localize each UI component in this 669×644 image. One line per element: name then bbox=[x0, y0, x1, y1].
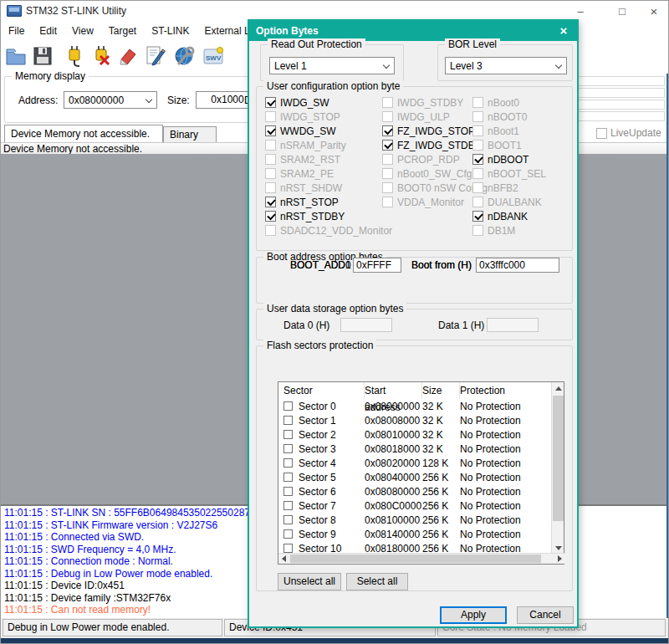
sector-checkbox[interactable] bbox=[283, 430, 293, 439]
unselect-all-button[interactable]: Unselect all bbox=[278, 573, 341, 590]
table-row[interactable]: Sector 8 0x08100000 256 K No Protection bbox=[278, 513, 551, 527]
checkbox-box bbox=[265, 197, 276, 207]
table-row[interactable]: Sector 3 0x08018000 32 K No Protection bbox=[278, 442, 551, 456]
save-file-icon[interactable] bbox=[31, 44, 54, 68]
option-checkbox[interactable]: SDADC12_VDD_Monitor bbox=[265, 223, 392, 238]
table-row[interactable]: Sector 1 0x08008000 32 K No Protection bbox=[278, 413, 551, 427]
option-checkbox[interactable]: nSRAM_Parity bbox=[265, 138, 392, 152]
sector-address: 0x08040000 bbox=[365, 472, 422, 483]
option-checkbox[interactable]: nBFB2 bbox=[472, 181, 546, 195]
scrollbar-thumb[interactable] bbox=[553, 396, 564, 521]
sector-protection: No Protection bbox=[460, 514, 551, 526]
sector-size: 32 K bbox=[422, 443, 460, 455]
boot-from-field[interactable]: 0x3fffc000 bbox=[476, 258, 559, 273]
swv-icon[interactable]: SWV bbox=[202, 44, 225, 68]
checkbox-label: IWDG_SW bbox=[280, 97, 329, 109]
option-checkbox[interactable]: nBOOT_SEL bbox=[472, 166, 546, 181]
sector-checkbox[interactable] bbox=[283, 473, 293, 482]
checkbox-label: WWDG_SW bbox=[280, 125, 336, 137]
menu-item[interactable]: View bbox=[64, 22, 101, 40]
checkbox-box bbox=[472, 125, 483, 136]
boot-add-field[interactable]: 0xFFFF bbox=[353, 258, 401, 273]
select-all-button[interactable]: Select all bbox=[346, 573, 408, 590]
menu-item[interactable]: File bbox=[1, 22, 32, 40]
sector-checkbox[interactable] bbox=[283, 401, 293, 411]
checkbox-box bbox=[265, 182, 276, 193]
option-checkbox[interactable]: DUALBANK bbox=[472, 195, 546, 209]
option-checkbox[interactable]: DB1M bbox=[472, 223, 546, 238]
option-checkbox[interactable]: nBoot1 bbox=[472, 124, 546, 138]
connect-icon[interactable] bbox=[63, 44, 86, 68]
dialog-close-icon[interactable]: × bbox=[555, 21, 572, 41]
checkbox-box bbox=[382, 140, 393, 151]
scrollbar-thumb[interactable] bbox=[290, 555, 541, 563]
table-row[interactable]: Sector 0 0x08000000 32 K No Protection bbox=[278, 399, 551, 413]
sector-checkbox[interactable] bbox=[283, 458, 293, 468]
program-verify-icon[interactable] bbox=[143, 44, 166, 68]
scroll-right-icon[interactable] bbox=[554, 554, 565, 564]
sector-checkbox[interactable] bbox=[283, 529, 293, 539]
table-row[interactable]: Sector 6 0x08080000 256 K No Protection bbox=[278, 484, 551, 498]
sector-protection: No Protection bbox=[460, 529, 551, 540]
checkbox-box bbox=[265, 111, 276, 122]
settings-icon[interactable] bbox=[173, 44, 197, 68]
sector-checkbox[interactable] bbox=[283, 501, 293, 510]
scroll-up-icon[interactable] bbox=[552, 382, 564, 395]
close-button[interactable]: × bbox=[640, 1, 668, 22]
option-checkbox[interactable]: nDBOOT bbox=[472, 152, 546, 166]
bor-combo[interactable]: Level 3 bbox=[445, 57, 567, 74]
disconnect-icon[interactable] bbox=[89, 44, 113, 68]
live-update-checkbox[interactable]: LiveUpdate bbox=[596, 127, 661, 139]
option-checkbox[interactable]: nRST_STDBY bbox=[265, 209, 392, 223]
rop-combo[interactable]: Level 1 bbox=[269, 57, 395, 74]
scroll-left-icon[interactable] bbox=[278, 554, 289, 564]
option-checkbox[interactable]: SRAM2_RST bbox=[265, 152, 392, 166]
option-checkbox[interactable]: IWDG_SW bbox=[265, 95, 392, 110]
sector-checkbox[interactable] bbox=[283, 416, 293, 425]
option-checkbox[interactable]: BOOT1 bbox=[472, 138, 546, 152]
menu-item[interactable]: ST-LINK bbox=[144, 22, 197, 40]
option-checkbox[interactable]: nBOOT0 bbox=[472, 110, 546, 124]
erase-chip-icon[interactable] bbox=[116, 44, 140, 68]
maximize-button[interactable]: □ bbox=[608, 1, 636, 22]
table-row[interactable]: Sector 9 0x08140000 256 K No Protection bbox=[278, 527, 551, 541]
apply-button[interactable]: Apply bbox=[440, 606, 507, 624]
sector-checkbox[interactable] bbox=[283, 544, 293, 553]
cancel-button[interactable]: Cancel bbox=[517, 606, 574, 624]
status-debug: Debug in Low Power mode enabled. bbox=[3, 619, 222, 636]
option-checkbox[interactable]: nBoot0 bbox=[472, 95, 546, 110]
data0-field[interactable] bbox=[340, 318, 392, 332]
menu-item[interactable]: Target bbox=[101, 22, 144, 40]
table-row[interactable]: Sector 5 0x08040000 256 K No Protection bbox=[278, 470, 551, 484]
sector-name: Sector 2 bbox=[299, 429, 336, 441]
option-checkbox[interactable]: SRAM2_PE bbox=[265, 166, 392, 181]
tab-binary-file[interactable]: Binary File bbox=[163, 126, 217, 142]
option-checkbox[interactable]: IWDG_STOP bbox=[265, 110, 392, 124]
data1-field[interactable] bbox=[487, 318, 539, 332]
taskbar-edge bbox=[1, 638, 669, 644]
option-checkbox[interactable]: nDBANK bbox=[472, 209, 546, 223]
sector-checkbox[interactable] bbox=[283, 515, 293, 524]
menu-item[interactable]: Edit bbox=[32, 22, 64, 40]
table-row[interactable]: Sector 7 0x080C0000 256 K No Protection bbox=[278, 498, 551, 513]
vertical-scrollbar[interactable] bbox=[551, 382, 564, 555]
table-row[interactable]: Sector 4 0x08020000 128 K No Protection bbox=[278, 456, 551, 470]
address-combo[interactable]: 0x08000000 bbox=[64, 91, 157, 109]
sector-checkbox[interactable] bbox=[283, 444, 293, 453]
sector-name: Sector 7 bbox=[299, 500, 336, 512]
sector-checkbox[interactable] bbox=[283, 487, 293, 496]
tab-device-memory[interactable]: Device Memory not accessible. bbox=[4, 125, 163, 142]
option-checkbox[interactable]: nRST_STOP bbox=[265, 195, 392, 209]
option-checkbox[interactable]: nRST_SHDW bbox=[265, 181, 392, 195]
checkbox-label: IWDG_STDBY bbox=[397, 97, 463, 109]
user-config-group: User configuration option byte IWDG_SW I… bbox=[256, 86, 573, 251]
table-row[interactable]: Sector 2 0x08010000 32 K No Protection bbox=[278, 427, 551, 442]
checkbox-label: nBFB2 bbox=[488, 182, 518, 194]
option-checkbox[interactable]: WWDG_SW bbox=[265, 124, 392, 138]
open-file-icon[interactable] bbox=[4, 44, 28, 68]
checkbox-label: DUALBANK bbox=[488, 197, 542, 208]
checkbox-box bbox=[382, 97, 393, 108]
sector-address: 0x080C0000 bbox=[365, 500, 422, 512]
horizontal-scrollbar[interactable] bbox=[278, 553, 565, 564]
checkbox-label: nBoot1 bbox=[488, 125, 519, 137]
